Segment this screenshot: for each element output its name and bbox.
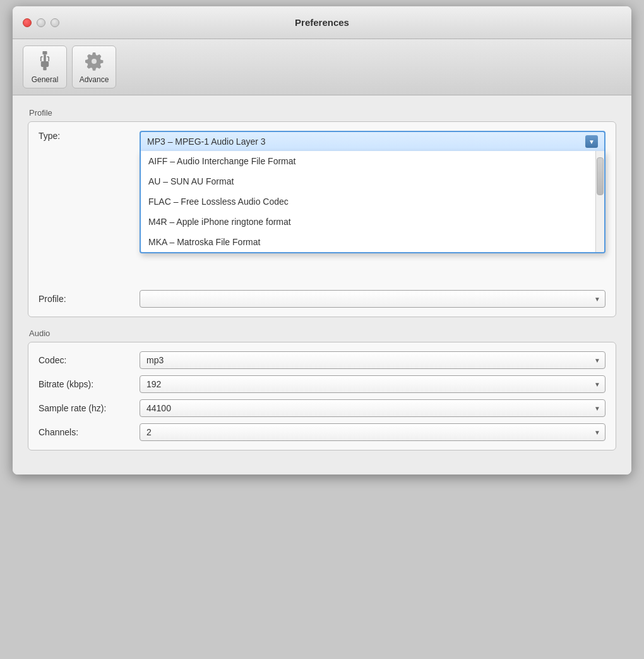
bitrate-form-row: Bitrate (kbps): 192 ▼	[39, 375, 605, 393]
channels-label: Channels:	[39, 427, 140, 437]
sample-rate-select-wrapper: 44100 ▼	[140, 399, 605, 417]
audio-section-box: Codec: mp3 ▼ Bitrate (kbps): 192 ▼	[28, 342, 616, 450]
profile-select[interactable]	[140, 290, 605, 308]
dropdown-items-area: AIFF – Audio Interchange File Format AU …	[141, 151, 604, 252]
profile-section-group: Profile Type: MP3 – MPEG-1 Audio Layer 3…	[28, 108, 616, 317]
profile-label: Profile:	[39, 294, 140, 304]
sample-rate-select[interactable]: 44100	[140, 399, 605, 417]
content-area: Profile Type: MP3 – MPEG-1 Audio Layer 3…	[13, 95, 631, 475]
svg-rect-3	[43, 67, 46, 70]
advance-tab-label: Advance	[80, 75, 109, 84]
profile-section-label: Profile	[28, 108, 616, 118]
codec-select-wrapper: mp3 ▼	[140, 351, 605, 369]
bitrate-select-wrapper: 192 ▼	[140, 375, 605, 393]
channels-select[interactable]: 2	[140, 423, 605, 441]
dropdown-item-m4r[interactable]: M4R – Apple iPhone ringtone format	[141, 212, 595, 232]
bitrate-label: Bitrate (kbps):	[39, 379, 140, 389]
close-button[interactable]	[23, 18, 32, 27]
general-tab-label: General	[32, 75, 59, 84]
profile-section-box: Type: MP3 – MPEG-1 Audio Layer 3 ▼	[28, 121, 616, 317]
window-title: Preferences	[295, 17, 349, 28]
minimize-button[interactable]	[37, 18, 45, 27]
profile-select-wrapper: ▼	[140, 290, 605, 308]
type-label: Type:	[39, 131, 140, 141]
type-dropdown-list: AIFF – Audio Interchange File Format AU …	[140, 151, 605, 253]
general-icon	[33, 50, 56, 73]
dropdown-item-flac[interactable]: FLAC – Free Lossless Audio Codec	[141, 191, 595, 212]
traffic-lights	[23, 18, 59, 27]
codec-form-row: Codec: mp3 ▼	[39, 351, 605, 369]
audio-section-label: Audio	[28, 329, 616, 338]
type-form-row: Type: MP3 – MPEG-1 Audio Layer 3 ▼	[39, 131, 605, 151]
scrollbar-track	[596, 151, 604, 252]
type-dropdown-button[interactable]: MP3 – MPEG-1 Audio Layer 3 ▼	[140, 131, 605, 151]
bitrate-select[interactable]: 192	[140, 375, 605, 393]
channels-select-wrapper: 2 ▼	[140, 423, 605, 441]
channels-form-row: Channels: 2 ▼	[39, 423, 605, 441]
general-tab-button[interactable]: General	[23, 45, 67, 88]
svg-rect-2	[41, 61, 49, 67]
title-bar: Preferences	[13, 6, 631, 39]
svg-rect-0	[42, 51, 47, 54]
advance-tab-button[interactable]: Advance	[72, 45, 116, 88]
dropdown-item-aiff[interactable]: AIFF – Audio Interchange File Format	[141, 151, 595, 171]
dropdown-arrow-icon: ▼	[585, 135, 598, 148]
maximize-button[interactable]	[51, 18, 59, 27]
type-dropdown-container: MP3 – MPEG-1 Audio Layer 3 ▼	[140, 131, 605, 151]
audio-section-group: Audio Codec: mp3 ▼ Bitrate (kbps): 192 ▼	[28, 329, 616, 450]
scrollbar-thumb[interactable]	[597, 157, 604, 195]
codec-select[interactable]: mp3	[140, 351, 605, 369]
sample-rate-form-row: Sample rate (hz): 44100 ▼	[39, 399, 605, 417]
gear-icon	[83, 50, 105, 73]
profile-form-row: Profile: ▼	[39, 290, 605, 308]
dropdown-item-au[interactable]: AU – SUN AU Format	[141, 171, 595, 191]
codec-label: Codec:	[39, 355, 140, 365]
dropdown-item-mka[interactable]: MKA – Matroska File Format	[141, 232, 595, 252]
preferences-window: Preferences General	[13, 6, 631, 475]
type-selected-value: MP3 – MPEG-1 Audio Layer 3	[147, 136, 585, 147]
sample-rate-label: Sample rate (hz):	[39, 403, 140, 413]
toolbar: General Advance	[13, 39, 631, 95]
dropdown-scrollbar[interactable]	[595, 151, 604, 252]
svg-point-9	[92, 59, 97, 64]
